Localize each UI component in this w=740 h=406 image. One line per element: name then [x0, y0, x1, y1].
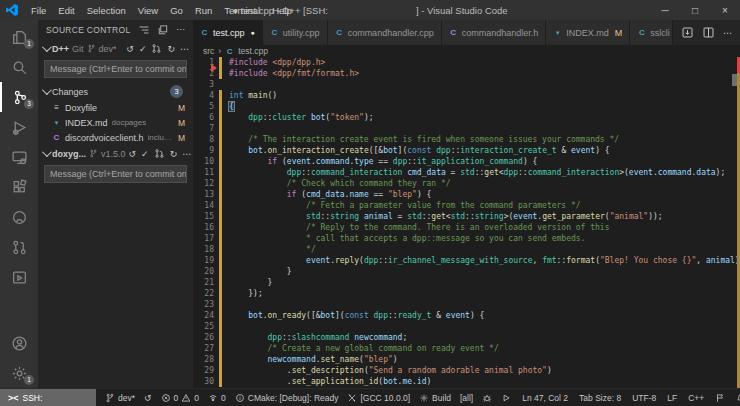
debug-button[interactable]: [482, 393, 492, 403]
more-actions-icon[interactable]: ⋯: [180, 44, 189, 54]
minimize-button[interactable]: ─: [650, 5, 680, 16]
cmake-status[interactable]: CMake: [Debug]: Ready: [235, 393, 339, 403]
eol-status[interactable]: LF: [667, 393, 677, 403]
open-changes-icon[interactable]: [681, 26, 694, 39]
remote-explorer-icon[interactable]: [0, 142, 38, 172]
tab-commandhandlerh[interactable]: C commandhandler.h: [442, 20, 547, 45]
code-line[interactable]: 23: [193, 299, 740, 310]
commit-check-icon[interactable]: ✓: [139, 44, 147, 54]
github-icon[interactable]: [0, 202, 38, 232]
language-mode[interactable]: C++: [688, 393, 704, 403]
problems-status[interactable]: 0 0: [161, 393, 199, 403]
menu-run[interactable]: Run: [189, 5, 218, 16]
code-line[interactable]: 16 /* Reply to the command. There is an …: [193, 222, 740, 233]
code-line[interactable]: 10 if (event.command.type == dpp::it_app…: [193, 156, 740, 167]
code-line[interactable]: 9 bot.on_interaction_create([&bot](const…: [193, 145, 740, 156]
code-line[interactable]: 24 bot.on_ready([&bot](const dpp::ready_…: [193, 310, 740, 321]
code-line[interactable]: 11 dpp::command_interaction cmd_data = s…: [193, 167, 740, 178]
code-line[interactable]: 1#include <dpp/dpp.h>: [193, 57, 740, 68]
code-line[interactable]: 2#include <dpp/fmt/format.h>: [193, 68, 740, 79]
view-as-tree-icon[interactable]: [138, 24, 150, 36]
code-line[interactable]: 19 event.reply(dpp::ir_channel_message_w…: [193, 255, 740, 266]
code-line[interactable]: 3: [193, 79, 740, 90]
github-pr-icon[interactable]: [0, 232, 38, 262]
breadcrumb[interactable]: src › C test.cpp: [193, 45, 740, 57]
settings-gear-icon[interactable]: 1: [0, 358, 38, 388]
commit-message-input[interactable]: Message (Ctrl+Enter to commit on...: [44, 60, 187, 78]
tab-utilitycpp[interactable]: C utility.cpp: [263, 20, 328, 45]
sync-icon[interactable]: ↺: [126, 44, 134, 54]
change-item-indexmd[interactable]: ▼ INDEX.md docpages M: [38, 115, 193, 130]
more-actions-icon[interactable]: ⋯: [723, 28, 732, 38]
code-line[interactable]: 8 /* The interaction create event is fir…: [193, 134, 740, 145]
code-line[interactable]: 7: [193, 123, 740, 134]
split-editor-icon[interactable]: [702, 26, 715, 39]
ports-status[interactable]: 0: [208, 393, 226, 403]
code-line[interactable]: 20 }: [193, 266, 740, 277]
remote-indicator[interactable]: >< SSH:: [0, 389, 96, 406]
feedback-flag[interactable]: [715, 393, 725, 403]
refresh-icon[interactable]: ↻: [167, 44, 175, 54]
cmake-build-button[interactable]: Build: [419, 393, 451, 403]
code-line[interactable]: 30 .set_application_id(bot.me.id): [193, 376, 740, 387]
tab-sslclient[interactable]: C sslcli: [630, 20, 673, 45]
source-control-icon[interactable]: 3: [0, 82, 38, 112]
tab-testcpp[interactable]: C test.cpp ●: [193, 20, 263, 45]
menu-selection[interactable]: Selection: [81, 5, 132, 16]
scrollbar-thumb[interactable]: [732, 74, 737, 86]
change-item-discordvoiceclient[interactable]: C discordvoiceclient.h include/d... M: [38, 130, 193, 145]
code-line[interactable]: 25: [193, 321, 740, 332]
code-line[interactable]: 18 */: [193, 244, 740, 255]
code-line[interactable]: 6 dpp::cluster bot("token");: [193, 112, 740, 123]
launch-button[interactable]: [501, 393, 511, 403]
cursor-position[interactable]: Ln 47, Col 2: [522, 393, 568, 403]
repo-row-doxygen[interactable]: doxyg... v1.5.0 ↺ ✓ ↻ ⋯: [38, 145, 193, 162]
refresh-icon[interactable]: ↻: [170, 149, 178, 159]
indentation-status[interactable]: Tab Size: 8: [579, 393, 621, 403]
code-area[interactable]: 1#include <dpp/dpp.h>2#include <dpp/fmt/…: [193, 57, 740, 388]
commit-message-input[interactable]: Message (Ctrl+Enter to commit on...: [44, 165, 187, 183]
menu-edit[interactable]: Edit: [52, 5, 80, 16]
tab-indexmd[interactable]: ▼ INDEX.md M: [546, 20, 630, 45]
code-line[interactable]: 12 /* Check which command they ran */: [193, 178, 740, 189]
branch-status[interactable]: dev*: [105, 393, 135, 403]
code-line[interactable]: 26 dpp::slashcommand newcommand;: [193, 332, 740, 343]
create-pr-icon[interactable]: [151, 43, 162, 54]
more-actions-icon[interactable]: ⋯: [182, 149, 191, 159]
code-line[interactable]: 13 if (cmd_data.name == "blep") {: [193, 189, 740, 200]
accounts-icon[interactable]: [0, 328, 38, 358]
cmake-kit[interactable]: [GCC 10.0.0]: [347, 393, 410, 403]
code-line[interactable]: 5{: [193, 101, 740, 112]
menu-terminal[interactable]: Terminal: [218, 5, 266, 16]
menu-file[interactable]: File: [25, 5, 52, 16]
explorer-icon[interactable]: 1: [0, 22, 38, 52]
search-icon[interactable]: [0, 52, 38, 82]
code-line[interactable]: 22 });: [193, 288, 740, 299]
cmake-target[interactable]: [all]: [460, 393, 473, 403]
notifications[interactable]: [736, 393, 740, 403]
collapse-all-icon[interactable]: [157, 24, 169, 36]
changes-section-header[interactable]: Changes 3: [38, 83, 193, 100]
close-button[interactable]: ×: [710, 5, 740, 16]
menu-help[interactable]: Help: [266, 5, 298, 16]
more-actions-icon[interactable]: ⋯: [176, 24, 185, 36]
code-line[interactable]: 21 }: [193, 277, 740, 288]
code-line[interactable]: 17 * call that accepts a dpp::message so…: [193, 233, 740, 244]
repo-row-dpp[interactable]: D++ Git dev* ↺ ✓ ↻ ⋯: [38, 40, 193, 57]
change-item-doxyfile[interactable]: ≡ Doxyfile M: [38, 100, 193, 115]
scrollbar[interactable]: [732, 57, 740, 388]
code-line[interactable]: 27 /* Create a new global command on rea…: [193, 343, 740, 354]
create-pr-icon[interactable]: [154, 148, 165, 159]
menu-view[interactable]: View: [132, 5, 164, 16]
run-debug-icon[interactable]: [0, 112, 38, 142]
menu-go[interactable]: Go: [164, 5, 189, 16]
code-line[interactable]: 28 newcommand.set_name("blep"): [193, 354, 740, 365]
code-line[interactable]: 15 std::string animal = std::get<std::st…: [193, 211, 740, 222]
live-preview-icon[interactable]: [0, 262, 38, 292]
maximize-button[interactable]: □: [680, 5, 710, 16]
code-line[interactable]: 4int main(): [193, 90, 740, 101]
tab-commandhandlercpp[interactable]: C commandhandler.cpp: [328, 20, 442, 45]
sync-status[interactable]: ↺: [144, 393, 152, 403]
breadcrumb-file[interactable]: test.cpp: [238, 46, 268, 56]
sync-icon[interactable]: ↺: [129, 149, 137, 159]
